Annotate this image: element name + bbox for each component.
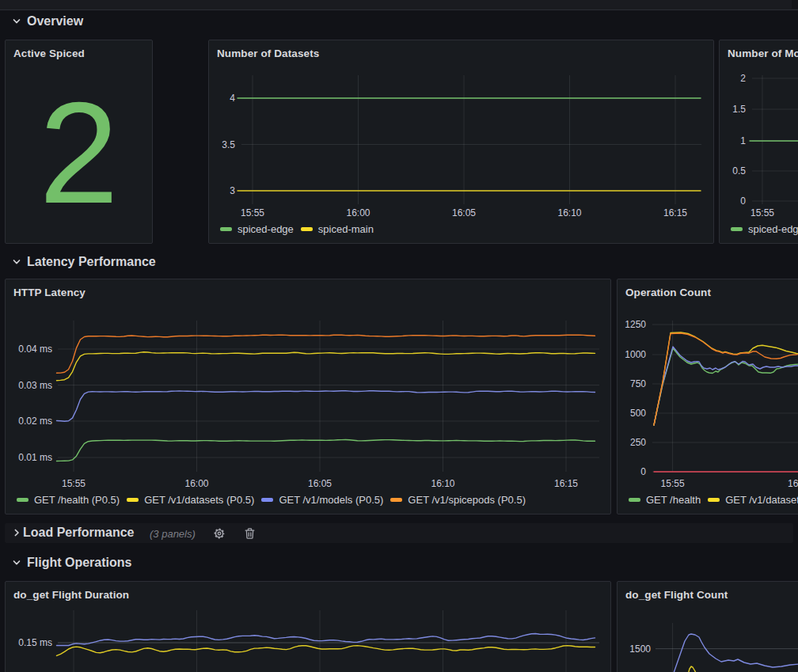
- svg-text:0.03 ms: 0.03 ms: [18, 380, 52, 391]
- svg-text:1.5: 1.5: [732, 104, 746, 115]
- svg-text:0: 0: [640, 466, 646, 477]
- svg-text:3: 3: [230, 185, 235, 196]
- svg-text:16:00: 16:00: [184, 478, 208, 489]
- svg-text:15:55: 15:55: [241, 207, 264, 218]
- svg-text:15:55: 15:55: [661, 478, 685, 489]
- svg-text:4: 4: [230, 93, 235, 104]
- svg-text:1500: 1500: [629, 644, 651, 655]
- svg-text:0.01 ms: 0.01 ms: [18, 452, 52, 463]
- svg-text:15:55: 15:55: [750, 207, 774, 218]
- svg-text:16:00: 16:00: [788, 478, 798, 489]
- svg-text:250: 250: [630, 437, 646, 448]
- svg-text:16:00: 16:00: [346, 207, 370, 218]
- svg-text:16:15: 16:15: [554, 478, 578, 489]
- svg-text:2: 2: [740, 73, 746, 84]
- svg-text:1: 1: [740, 135, 746, 146]
- svg-text:0: 0: [740, 196, 746, 207]
- svg-text:16:10: 16:10: [557, 207, 581, 218]
- svg-text:1250: 1250: [625, 319, 646, 330]
- svg-text:750: 750: [630, 378, 646, 389]
- svg-text:3.5: 3.5: [222, 139, 235, 150]
- svg-text:0.5: 0.5: [732, 165, 746, 177]
- svg-text:16:05: 16:05: [452, 207, 476, 218]
- svg-text:0.02 ms: 0.02 ms: [18, 416, 52, 427]
- svg-text:15:55: 15:55: [62, 478, 86, 489]
- svg-text:0.15 ms: 0.15 ms: [18, 637, 52, 648]
- svg-text:16:10: 16:10: [431, 478, 454, 489]
- svg-text:16:05: 16:05: [308, 478, 332, 489]
- svg-text:500: 500: [630, 408, 646, 419]
- svg-text:0.04 ms: 0.04 ms: [18, 344, 52, 355]
- svg-text:1000: 1000: [625, 349, 646, 360]
- svg-text:16:15: 16:15: [663, 207, 687, 218]
